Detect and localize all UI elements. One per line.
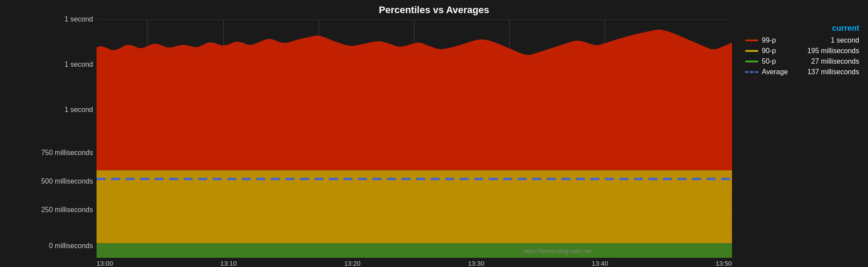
- y-label-1sec-mid2: 1 second: [65, 106, 93, 114]
- y-label-1sec-mid1: 1 second: [65, 61, 93, 69]
- chart-area: 1 second 1 second 1 second 750 milliseco…: [97, 19, 732, 258]
- legend-50p-value: 27 milliseconds: [811, 58, 859, 65]
- legend-99p-line: [745, 40, 758, 41]
- legend-avg-label: Average: [762, 68, 788, 76]
- x-label-1350: 13:50: [715, 260, 732, 267]
- y-label-1sec-top: 1 second: [65, 15, 93, 23]
- x-label-1300: 13:00: [97, 260, 113, 267]
- legend-avg-line: [745, 71, 758, 73]
- y-label-250ms: 250 milliseconds: [41, 206, 93, 214]
- legend-50p-line: [745, 61, 758, 62]
- x-label-1340: 13:40: [592, 260, 608, 267]
- svg-rect-14: [97, 243, 732, 258]
- legend-avg-left: Average: [745, 68, 788, 76]
- x-label-1310: 13:10: [220, 260, 237, 267]
- legend-90p-label: 90-p: [762, 47, 776, 55]
- y-axis-labels: 1 second 1 second 1 second 750 milliseco…: [2, 19, 97, 258]
- legend-item-50p: 50-p 27 milliseconds: [745, 58, 859, 65]
- x-axis: 13:00 13:10 13:20 13:30 13:40 13:50: [97, 258, 732, 267]
- legend-90p-left: 90-p: [745, 47, 776, 55]
- legend-50p-label: 50-p: [762, 58, 776, 65]
- legend-avg-value: 137 milliseconds: [807, 68, 859, 76]
- watermark: https://lemon.blog.csdn.net: [524, 248, 592, 254]
- chart-title: Percentiles vs Averages: [0, 4, 868, 16]
- svg-rect-15: [97, 170, 732, 243]
- chart-body: 1 second 1 second 1 second 750 milliseco…: [0, 19, 868, 258]
- x-label-1320: 13:20: [344, 260, 361, 267]
- legend-50p-left: 50-p: [745, 58, 776, 65]
- x-label-1330: 13:30: [468, 260, 484, 267]
- legend-item-99p: 99-p 1 second: [745, 36, 859, 44]
- legend-90p-value: 195 milliseconds: [807, 47, 859, 55]
- legend-header: current: [745, 24, 859, 33]
- y-label-750ms: 750 milliseconds: [41, 149, 93, 157]
- legend-99p-value: 1 second: [831, 36, 859, 44]
- legend-panel: current 99-p 1 second 90-p 195 milliseco…: [736, 19, 868, 258]
- y-label-0ms: 0 milliseconds: [49, 242, 93, 250]
- chart-container: Percentiles vs Averages: [0, 0, 868, 267]
- legend-99p-left: 99-p: [745, 36, 776, 44]
- legend-99p-label: 99-p: [762, 36, 776, 44]
- legend-item-90p: 90-p 195 milliseconds: [745, 47, 859, 55]
- y-label-500ms: 500 milliseconds: [41, 177, 93, 185]
- legend-90p-line: [745, 50, 758, 52]
- legend-item-avg: Average 137 milliseconds: [745, 68, 859, 76]
- chart-svg: [97, 19, 732, 258]
